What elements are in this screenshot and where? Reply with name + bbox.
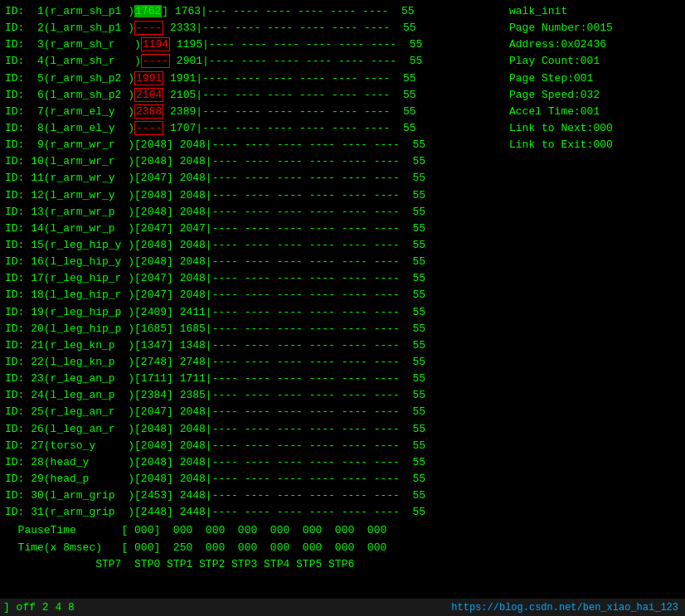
right-panel: walk_init Page Number:0015 Address:0x024… xyxy=(503,0,685,616)
left-panel: ID: 1(r_arm_sh_p1 )1762] 1763|--- ---- -… xyxy=(0,0,503,616)
bottom-left-text: ] off 2 4 8 xyxy=(3,601,75,614)
page-step: Page Step:001 xyxy=(509,70,678,87)
line-17: ID: 17(r_leg_hip_r )[2047] 2048|---- ---… xyxy=(5,270,498,287)
address: Address:0x02436 xyxy=(509,36,678,53)
page-speed: Page Speed:032 xyxy=(509,87,678,104)
line-23: ID: 23(r_leg_an_p )[1711] 1711|---- ----… xyxy=(5,371,498,387)
line-7: ID: 7(r_arm_el_y )2388 2389|---- ---- --… xyxy=(5,104,498,120)
line-1: ID: 1(r_arm_sh_p1 )1762] 1763|--- ---- -… xyxy=(5,3,498,20)
val-box-7: 2388 xyxy=(134,104,163,119)
line-13: ID: 13(r_arm_wr_p )[2048] 2048|---- ----… xyxy=(5,204,498,221)
line-9: ID: 9(r_arm_wr_r )[2048] 2048|---- ---- … xyxy=(5,137,498,153)
line-8: ID: 8(l_arm_el_y )---- 1707|---- ---- --… xyxy=(5,120,498,137)
main-content: ID: 1(r_arm_sh_p1 )1762] 1763|--- ---- -… xyxy=(0,0,685,616)
val-box-6: 2104 xyxy=(134,88,163,102)
line-31: ID: 31(r_arm_grip )[2448] 2448|---- ----… xyxy=(5,504,498,521)
line-6: ID: 6(l_arm_sh_p2 )2104 2105|---- ---- -… xyxy=(5,87,498,104)
val-box-4: ---- xyxy=(141,54,170,68)
step-header: STP7 STP0 STP1 STP2 STP3 STP4 STP5 STP6 xyxy=(5,556,498,573)
line-14: ID: 14(l_arm_wr_p )[2047] 2047|---- ----… xyxy=(5,221,498,237)
line-4: ID: 4(l_arm_sh_r )---- 2901|---- ---- --… xyxy=(5,53,498,70)
line-25: ID: 25(r_leg_an_r )[2047] 2048|---- ----… xyxy=(5,404,498,420)
play-count: Play Count:001 xyxy=(509,53,678,70)
time-row: Time(x 8msec) [ 000] 250 000 000 000 000… xyxy=(5,540,498,556)
line-20: ID: 20(l_leg_hip_p )[1685] 1685|---- ---… xyxy=(5,321,498,337)
line-5: ID: 5(r_arm_sh_p2 )1991 1991|---- ---- -… xyxy=(5,70,498,87)
line-29: ID: 29(head_p )[2048] 2048|---- ---- ---… xyxy=(5,471,498,487)
line-19: ID: 19(r_leg_hip_p )[2409] 2411|---- ---… xyxy=(5,304,498,321)
line-2: ID: 2(l_arm_sh_p1 )---- 2333|---- ---- -… xyxy=(5,20,498,36)
bottom-right-url: https://blog.csdn.net/ben_xiao_hai_123 xyxy=(451,602,678,614)
line-10: ID: 10(l_arm_wr_r )[2048] 2048|---- ----… xyxy=(5,153,498,170)
line-21: ID: 21(r_leg_kn_p )[1347] 1348|---- ----… xyxy=(5,337,498,354)
line-16: ID: 16(l_leg_hip_y )[2048] 2048|---- ---… xyxy=(5,254,498,270)
page-number: Page Number:0015 xyxy=(509,20,678,36)
line-15: ID: 15(r_leg_hip_y )[2048] 2048|---- ---… xyxy=(5,237,498,254)
link-next: Link to Next:000 xyxy=(509,120,678,137)
link-exit: Link to Exit:000 xyxy=(509,137,678,153)
val-box-2: ---- xyxy=(134,21,163,35)
line-11: ID: 11(r_arm_wr_y )[2047] 2048|---- ----… xyxy=(5,170,498,187)
val-box-8: ---- xyxy=(134,121,163,135)
line-27: ID: 27(torso_y )[2048] 2048|---- ---- --… xyxy=(5,438,498,454)
line-26: ID: 26(l_leg_an_r )[2048] 2048|---- ----… xyxy=(5,421,498,438)
pause-section: PauseTime [ 000] 000 000 000 000 000 000… xyxy=(5,522,498,572)
line-30: ID: 30(l_arm_grip )[2453] 2448|---- ----… xyxy=(5,487,498,504)
val-box-3: 1194 xyxy=(141,37,170,51)
accel-time: Accel Time:001 xyxy=(509,104,678,120)
val-box-5: 1991 xyxy=(134,71,163,85)
bottom-bar: ] off 2 4 8 https://blog.csdn.net/ben_xi… xyxy=(0,599,685,616)
line-3: ID: 3(r_arm_sh_r )1194 1195|---- ---- --… xyxy=(5,36,498,53)
line-24: ID: 24(l_leg_an_p )[2384] 2385|---- ----… xyxy=(5,387,498,404)
line-28: ID: 28(head_y )[2048] 2048|---- ---- ---… xyxy=(5,454,498,471)
line-18: ID: 18(l_leg_hip_r )[2047] 2048|---- ---… xyxy=(5,287,498,303)
pause-row: PauseTime [ 000] 000 000 000 000 000 000… xyxy=(5,522,498,539)
walk-init-title: walk_init xyxy=(509,3,678,20)
line-22: ID: 22(l_leg_kn_p )[2748] 2748|---- ----… xyxy=(5,354,498,371)
val-highlight-1: 1762 xyxy=(134,5,162,17)
line-12: ID: 12(l_arm_wr_y )[2048] 2048|---- ----… xyxy=(5,187,498,204)
